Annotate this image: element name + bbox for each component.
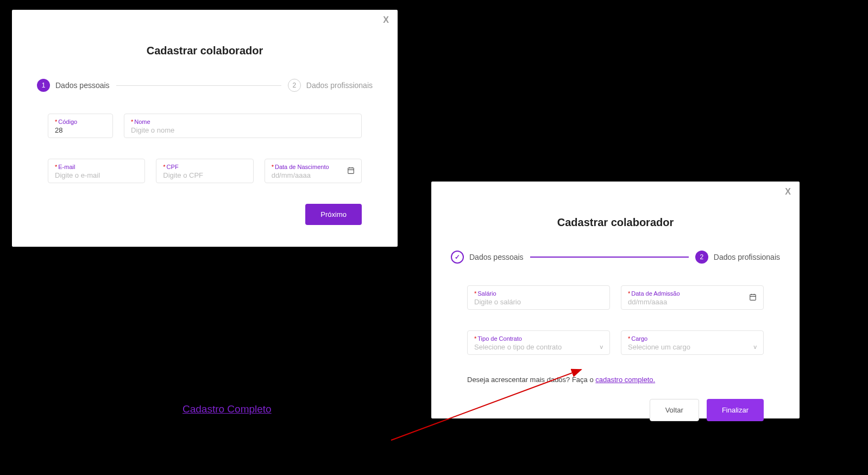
codigo-field[interactable]: * Código 28 <box>48 114 113 138</box>
step-1-circle: 1 <box>37 79 50 92</box>
register-collaborator-modal-step1: X Cadastrar colaborador 1 Dados pessoais… <box>12 10 398 247</box>
stepper: ✓ Dados pessoais 2 Dados profissionais <box>440 251 791 264</box>
form-row-1: * Salário * Data de Admissão <box>467 285 764 310</box>
cargo-field[interactable]: * Cargo v <box>621 330 764 355</box>
svg-rect-0 <box>348 167 354 173</box>
dob-label-text: Data de Nascimento <box>275 164 329 170</box>
salario-label: * Salário <box>474 290 603 297</box>
button-row: Voltar Finalizar <box>440 399 791 421</box>
admissao-label-text: Data de Admissão <box>631 290 680 297</box>
next-button[interactable]: Próximo <box>305 204 362 225</box>
extra-data-prompt: Deseja acrescentar mais dados? Faça o ca… <box>440 376 791 384</box>
stepper: 1 Dados pessoais 2 Dados profissionais <box>21 79 389 92</box>
codigo-label: * Código <box>55 118 106 125</box>
svg-rect-4 <box>750 294 756 300</box>
dob-label: * Data de Nascimento <box>272 164 355 170</box>
button-row: Próximo <box>21 204 389 225</box>
required-asterisk: * <box>163 164 165 170</box>
salario-field[interactable]: * Salário <box>467 285 610 310</box>
required-asterisk: * <box>628 335 630 342</box>
required-asterisk: * <box>474 290 476 297</box>
contrato-field[interactable]: * Tipo de Contrato v <box>467 330 610 355</box>
email-field[interactable]: * E-mail <box>48 159 145 183</box>
cargo-label-text: Cargo <box>631 335 647 342</box>
register-collaborator-modal-step2: X Cadastrar colaborador ✓ Dados pessoais… <box>431 182 800 418</box>
extra-data-text: Deseja acrescentar mais dados? Faça o <box>467 376 595 384</box>
step-1-circle-done: ✓ <box>451 251 464 264</box>
annotation-cadastro-completo: Cadastro Completo <box>183 403 272 415</box>
nome-input[interactable] <box>131 126 355 134</box>
cpf-label-text: CPF <box>167 164 179 170</box>
step-professional-data: 2 Dados profissionais <box>288 79 373 92</box>
step-1-label: Dados pessoais <box>469 253 524 261</box>
nome-field[interactable]: * Nome <box>124 114 362 138</box>
step-personal-data: ✓ Dados pessoais <box>451 251 524 264</box>
calendar-icon[interactable] <box>749 293 757 302</box>
calendar-icon[interactable] <box>347 166 355 176</box>
step-2-label: Dados profissionais <box>306 81 373 90</box>
step-2-circle: 2 <box>288 79 301 92</box>
close-button[interactable]: X <box>383 15 389 25</box>
cargo-select[interactable] <box>628 343 757 351</box>
required-asterisk: * <box>55 164 57 170</box>
admissao-field[interactable]: * Data de Admissão <box>621 285 764 310</box>
email-label-text: E-mail <box>58 164 75 170</box>
modal-title: Cadastrar colaborador <box>21 45 389 57</box>
required-asterisk: * <box>474 335 476 342</box>
email-label: * E-mail <box>55 164 138 170</box>
form-body: * Código 28 * Nome * E-mail <box>21 114 389 183</box>
chevron-down-icon: v <box>754 343 757 350</box>
contrato-label-text: Tipo de Contrato <box>477 335 522 342</box>
step-2-label: Dados profissionais <box>714 253 780 261</box>
required-asterisk: * <box>628 290 630 297</box>
step-1-label: Dados pessoais <box>55 81 110 90</box>
codigo-label-text: Código <box>58 118 77 125</box>
close-button[interactable]: X <box>785 187 791 197</box>
step-2-circle: 2 <box>695 251 708 264</box>
step-connector <box>116 85 281 86</box>
codigo-value: 28 <box>55 126 106 134</box>
modal-title: Cadastrar colaborador <box>440 216 791 229</box>
dob-field[interactable]: * Data de Nascimento <box>265 159 362 183</box>
nome-label-text: Nome <box>134 118 150 125</box>
required-asterisk: * <box>55 118 57 125</box>
email-input[interactable] <box>55 171 138 179</box>
cpf-field[interactable]: * CPF <box>156 159 253 183</box>
contrato-label: * Tipo de Contrato <box>474 335 603 342</box>
step-professional-data: 2 Dados profissionais <box>695 251 780 264</box>
cpf-input[interactable] <box>163 171 246 179</box>
dob-input[interactable] <box>272 171 355 179</box>
form-row-2: * Tipo de Contrato v * Cargo v <box>467 330 764 355</box>
finish-button[interactable]: Finalizar <box>707 399 764 421</box>
back-button[interactable]: Voltar <box>650 399 699 421</box>
cargo-label: * Cargo <box>628 335 757 342</box>
admissao-input[interactable] <box>628 298 757 306</box>
salario-input[interactable] <box>474 298 603 306</box>
contrato-select[interactable] <box>474 343 603 351</box>
required-asterisk: * <box>131 118 133 125</box>
step-personal-data: 1 Dados pessoais <box>37 79 110 92</box>
cadastro-completo-link[interactable]: cadastro completo. <box>595 376 655 384</box>
cpf-label: * CPF <box>163 164 246 170</box>
chevron-down-icon: v <box>600 343 603 350</box>
form-row-1: * Código 28 * Nome <box>48 114 362 138</box>
admissao-label: * Data de Admissão <box>628 290 757 297</box>
form-body: * Salário * Data de Admissão * <box>440 285 791 355</box>
salario-label-text: Salário <box>477 290 496 297</box>
step-connector <box>530 257 689 258</box>
required-asterisk: * <box>272 164 274 170</box>
nome-label: * Nome <box>131 118 355 125</box>
form-row-2: * E-mail * CPF * Data de Nascimento <box>48 159 362 183</box>
